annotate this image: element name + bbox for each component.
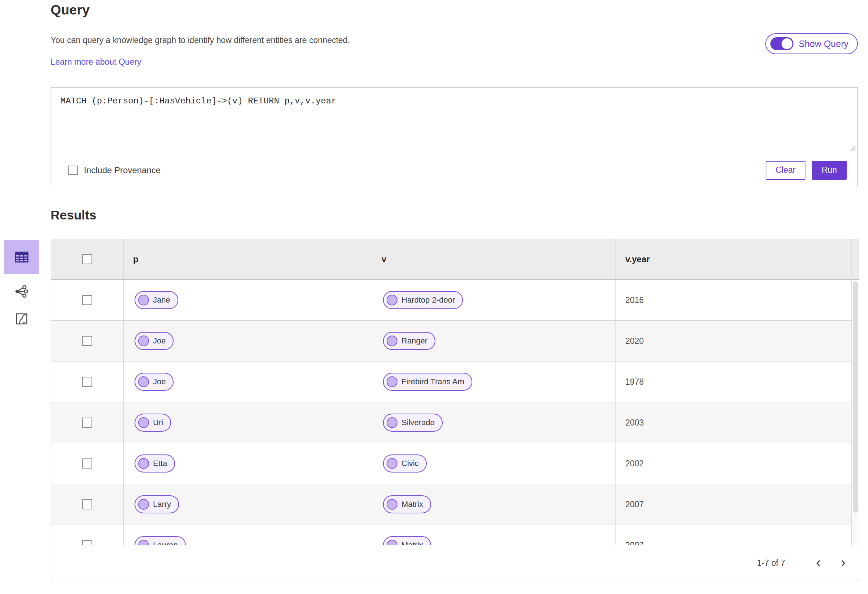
clear-button[interactable]: Clear xyxy=(766,161,805,180)
pagination-footer: 1-7 of 7 xyxy=(51,545,859,581)
cell-p: Etta xyxy=(124,443,372,484)
row-checkbox[interactable] xyxy=(82,336,92,346)
toggle-switch-icon[interactable] xyxy=(771,37,794,50)
chevron-right-icon xyxy=(838,559,848,568)
person-entity-pill[interactable]: Joe xyxy=(134,373,174,391)
cell-v: Hardtop 2-door xyxy=(372,280,616,320)
vehicle-entity-pill[interactable]: Firebird Trans Am xyxy=(383,373,472,391)
results-heading: Results xyxy=(51,208,858,223)
person-entity-pill[interactable]: Jane xyxy=(134,291,178,309)
show-query-label: Show Query xyxy=(799,39,849,49)
node-circle-icon xyxy=(138,458,149,469)
scrollbar-header-spacer xyxy=(852,239,859,280)
vehicle-entity-pill[interactable]: Civic xyxy=(383,454,427,473)
person-entity-pill[interactable]: Uri xyxy=(134,414,171,432)
page-title: Query xyxy=(51,2,858,18)
vehicle-entity-pill[interactable]: Matrix xyxy=(383,495,431,513)
row-checkbox[interactable] xyxy=(82,377,92,387)
include-provenance-option[interactable]: Include Provenance xyxy=(68,165,161,175)
previous-page-button[interactable] xyxy=(811,556,826,570)
cell-v-year: 2016 xyxy=(616,280,851,320)
row-checkbox[interactable] xyxy=(82,540,92,545)
row-checkbox-cell xyxy=(51,484,124,525)
node-circle-icon xyxy=(138,417,149,428)
graph-view-button[interactable] xyxy=(4,281,39,302)
query-input[interactable]: MATCH (p:Person)-[:HasVehicle]->(v) RETU… xyxy=(51,88,858,153)
table-row: Joe Ranger 2020 xyxy=(51,321,851,361)
person-entity-pill[interactable]: Lauren xyxy=(134,536,186,545)
header-checkbox-cell xyxy=(51,239,124,279)
row-checkbox-cell xyxy=(51,402,124,443)
cell-p: Jane xyxy=(124,280,372,320)
vehicle-entity-pill[interactable]: Silverado xyxy=(383,414,443,432)
vertical-scrollbar[interactable] xyxy=(851,239,859,545)
table-row: Joe Firebird Trans Am 1978 xyxy=(51,361,851,402)
cell-v-year: 2002 xyxy=(616,443,851,484)
map-view-icon xyxy=(15,312,29,326)
node-circle-icon xyxy=(387,458,397,469)
person-entity-pill[interactable]: Joe xyxy=(134,332,174,350)
v-year-value: 2002 xyxy=(625,459,644,469)
cell-p: Larry xyxy=(124,484,372,525)
cell-p: Joe xyxy=(124,321,372,361)
person-entity-pill[interactable]: Etta xyxy=(134,454,175,473)
vehicle-entity-pill[interactable]: Matrix xyxy=(383,536,431,545)
cell-v: Matrix xyxy=(372,484,616,525)
cell-v-year: 2003 xyxy=(616,402,851,443)
vehicle-entity-pill[interactable]: Ranger xyxy=(383,332,435,350)
v-year-value: 1978 xyxy=(625,377,644,387)
run-button[interactable]: Run xyxy=(812,161,847,180)
include-provenance-checkbox[interactable] xyxy=(68,166,78,175)
resize-handle-icon[interactable] xyxy=(850,145,856,152)
table-row: Lauren Matrix 2007 xyxy=(51,525,851,545)
row-checkbox[interactable] xyxy=(82,458,92,469)
select-all-checkbox[interactable] xyxy=(82,254,92,264)
toggle-knob xyxy=(782,38,793,49)
view-switcher-sidebar xyxy=(4,240,39,329)
table-row: Etta Civic 2002 xyxy=(51,443,851,484)
row-checkbox-cell xyxy=(51,280,124,320)
next-page-button[interactable] xyxy=(836,556,850,570)
scrollbar-thumb[interactable] xyxy=(853,281,858,513)
node-circle-icon xyxy=(138,295,149,305)
show-query-toggle[interactable]: Show Query xyxy=(765,33,858,54)
row-checkbox-cell xyxy=(51,321,124,361)
table-view-icon xyxy=(13,249,30,265)
node-circle-icon xyxy=(387,295,397,305)
learn-more-link[interactable]: Learn more about Query xyxy=(51,57,142,67)
graph-view-icon xyxy=(14,284,29,299)
vehicle-entity-pill[interactable]: Hardtop 2-door xyxy=(383,291,463,309)
v-year-value: 2016 xyxy=(625,295,644,305)
node-circle-icon xyxy=(138,336,149,346)
table-row: Larry Matrix 2007 xyxy=(51,484,851,525)
query-editor: MATCH (p:Person)-[:HasVehicle]->(v) RETU… xyxy=(51,88,858,153)
row-checkbox-cell xyxy=(51,443,124,484)
table-view-button[interactable] xyxy=(4,240,39,274)
results-table: p v v.year Jane xyxy=(51,239,851,545)
cell-v-year: 2007 xyxy=(616,484,851,525)
row-checkbox[interactable] xyxy=(82,417,92,428)
cell-v-year: 2007 xyxy=(616,525,851,545)
column-header-v-year: v.year xyxy=(616,239,851,279)
chevron-left-icon xyxy=(814,559,823,568)
node-circle-icon xyxy=(138,376,149,387)
cell-p: Joe xyxy=(124,361,372,402)
table-row: Uri Silverado 2003 xyxy=(51,402,851,443)
cell-v: Silverado xyxy=(372,402,616,443)
table-header-row: p v v.year xyxy=(51,239,851,280)
cell-v: Matrix xyxy=(372,525,616,545)
row-checkbox-cell xyxy=(51,361,124,402)
map-view-button[interactable] xyxy=(4,309,39,329)
column-header-v: v xyxy=(372,239,616,279)
node-circle-icon xyxy=(387,540,397,545)
cell-v: Ranger xyxy=(372,321,616,361)
row-checkbox[interactable] xyxy=(82,499,92,509)
node-circle-icon xyxy=(387,417,397,428)
person-entity-pill[interactable]: Larry xyxy=(134,495,179,513)
include-provenance-label: Include Provenance xyxy=(84,165,161,175)
table-body: Jane Hardtop 2-door 2016 Joe Ranger xyxy=(51,280,851,545)
row-checkbox[interactable] xyxy=(82,295,92,305)
v-year-value: 2020 xyxy=(625,336,644,346)
node-circle-icon xyxy=(138,540,149,545)
v-year-value: 2003 xyxy=(625,418,644,428)
